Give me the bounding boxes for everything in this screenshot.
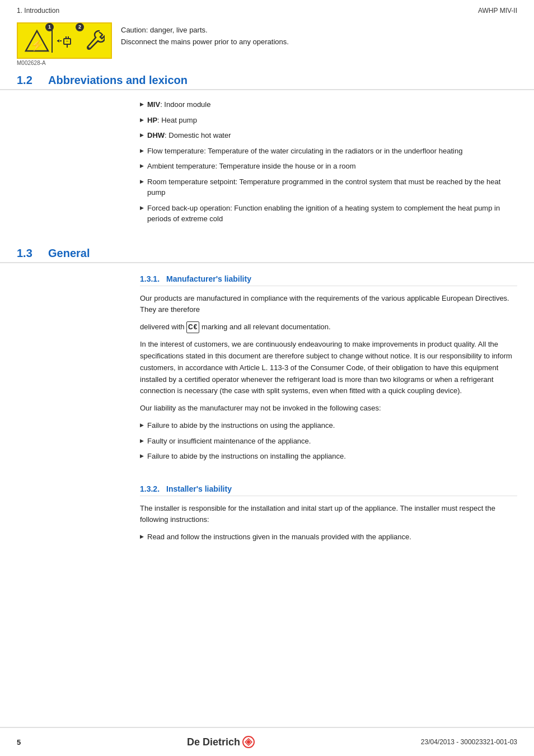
footer-logo-text: De Dietrich bbox=[187, 736, 240, 748]
svg-text:⚡: ⚡ bbox=[30, 38, 44, 52]
section-12-right: MIV: Indoor module HP: Heat pump DHW: Do… bbox=[140, 99, 517, 229]
section-12-header: 1.2 Abbreviations and lexicon bbox=[0, 69, 534, 90]
list-item: Failure to abide by the instructions on … bbox=[140, 420, 517, 431]
ce-mark: C€ bbox=[186, 321, 199, 333]
section-132-left bbox=[17, 484, 140, 547]
section-13-header: 1.3 General bbox=[0, 242, 534, 263]
warning-section: 1 ⚡ 2 bbox=[0, 19, 534, 69]
section-12-content: MIV: Indoor module HP: Heat pump DHW: Do… bbox=[0, 95, 534, 234]
diamond-icon bbox=[244, 738, 253, 746]
section-131-left bbox=[17, 274, 140, 466]
list-item: Faulty or insufficient maintenance of th… bbox=[140, 436, 517, 447]
subsection-131-para2: delivered with C€ marking and all releva… bbox=[140, 321, 517, 333]
section-132-container: 1.3.2. Installer's liability The install… bbox=[0, 480, 534, 552]
warning-image-wrapper: 1 ⚡ 2 bbox=[17, 22, 112, 66]
breadcrumb: 1. Introduction bbox=[17, 7, 59, 15]
list-item: HP: Heat pump bbox=[140, 115, 517, 126]
subsection-131-para3: In the interest of customers, we are con… bbox=[140, 339, 517, 397]
lightning-triangle-icon: ⚡ bbox=[25, 29, 49, 53]
header-bar: 1. Introduction AWHP MIV-II bbox=[0, 0, 534, 19]
footer-logo: De Dietrich bbox=[187, 736, 255, 748]
list-item: Failure to abide by the instructions on … bbox=[140, 451, 517, 462]
caution-line1: Caution: danger, live parts. bbox=[121, 25, 289, 36]
list-item: MIV: Indoor module bbox=[140, 99, 517, 110]
list-item: DHW: Domestic hot water bbox=[140, 130, 517, 141]
warning-text: Caution: danger, live parts. Disconnect … bbox=[121, 22, 289, 48]
section-12-left bbox=[17, 99, 140, 229]
abbreviations-list: MIV: Indoor module HP: Heat pump DHW: Do… bbox=[140, 99, 517, 225]
section-12-number: 1.2 bbox=[17, 74, 39, 87]
spanner-icon bbox=[83, 29, 105, 53]
section-13-title: General bbox=[48, 247, 90, 260]
product-name: AWHP MIV-II bbox=[478, 7, 517, 15]
list-item: Room temperature setpoint: Temperature p… bbox=[140, 176, 517, 198]
image-label: M002628-A bbox=[17, 60, 46, 66]
subsection-132-title: Installer's liability bbox=[166, 484, 232, 493]
subsection-131-title: Manufacturer's liability bbox=[166, 274, 251, 283]
list-item: Ambient temperature: Temperature inside … bbox=[140, 161, 517, 172]
installer-liability-list: Read and follow the instructions given i… bbox=[140, 531, 517, 543]
subsection-131-number: 1.3.1. bbox=[140, 274, 160, 283]
list-item: Forced back-up operation: Function enabl… bbox=[140, 203, 517, 225]
svg-point-9 bbox=[87, 47, 90, 49]
subsection-131-para1: Our products are manufactured in complia… bbox=[140, 293, 517, 316]
warning-image: 1 ⚡ 2 bbox=[17, 22, 112, 59]
list-item: Read and follow the instructions given i… bbox=[140, 531, 517, 543]
list-item: Flow temperature: Temperature of the wat… bbox=[140, 146, 517, 157]
svg-marker-8 bbox=[57, 39, 59, 43]
section-13-number: 1.3 bbox=[17, 247, 39, 260]
plug-icon: ~ bbox=[55, 29, 79, 53]
footer: 5 De Dietrich 23/04/2013 - 300023321-001… bbox=[0, 727, 534, 756]
caution-line2: Disconnect the mains power prior to any … bbox=[121, 36, 289, 48]
section-131-container: 1.3.1. Manufacturer's liability Our prod… bbox=[0, 270, 534, 471]
svg-text:~: ~ bbox=[66, 39, 69, 44]
section-131-right: 1.3.1. Manufacturer's liability Our prod… bbox=[140, 274, 517, 466]
subsection-131-para4: Our liability as the manufacturer may no… bbox=[140, 403, 517, 414]
subsection-131-header: 1.3.1. Manufacturer's liability bbox=[140, 274, 517, 286]
footer-page-number: 5 bbox=[17, 738, 21, 746]
manufacturer-liability-list: Failure to abide by the instructions on … bbox=[140, 420, 517, 462]
subsection-132-number: 1.3.2. bbox=[140, 484, 160, 493]
section-132-right: 1.3.2. Installer's liability The install… bbox=[140, 484, 517, 547]
section-12-title: Abbreviations and lexicon bbox=[48, 74, 188, 87]
footer-logo-icon bbox=[242, 736, 255, 748]
footer-date-ref: 23/04/2013 - 300023321-001-03 bbox=[421, 738, 517, 746]
subsection-132-para1: The installer is responsible for the ins… bbox=[140, 503, 517, 526]
subsection-132-header: 1.3.2. Installer's liability bbox=[140, 484, 517, 496]
page: 1. Introduction AWHP MIV-II 1 ⚡ bbox=[0, 0, 534, 756]
